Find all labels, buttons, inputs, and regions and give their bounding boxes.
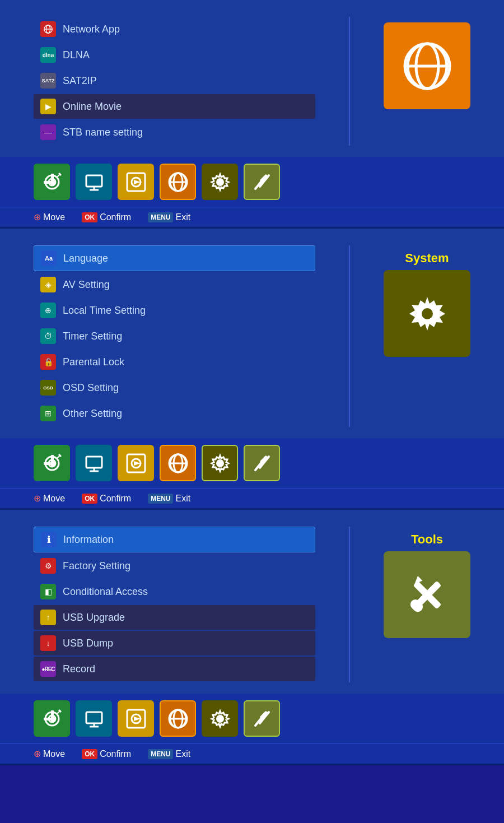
gear-nav-btn-3[interactable] (202, 700, 238, 737)
menu-label-2: Exit (175, 494, 190, 504)
sat2ip-item[interactable]: SAT2 SAT2IP (34, 68, 315, 93)
factory-label: Factory Setting (63, 560, 130, 572)
gear-nav-icon-3 (209, 708, 231, 730)
ok-badge-3: OK (82, 749, 97, 759)
menu-control-3[interactable]: MENU Exit (148, 749, 190, 759)
record-label: Record (63, 663, 95, 675)
parental-lock-item[interactable]: 🔒 Parental Lock (34, 350, 315, 374)
stb-name-item[interactable]: — STB name setting (34, 120, 315, 145)
factory-icon: ⚙ (40, 558, 56, 574)
usb-upgrade-item[interactable]: ↑ USB Upgrade (34, 605, 315, 630)
satellite-nav-btn-3[interactable] (34, 700, 70, 737)
gear-nav-btn[interactable] (202, 164, 238, 200)
media-nav-btn-2[interactable] (118, 445, 154, 481)
satellite-nav-btn-2[interactable] (34, 445, 70, 481)
divider3 (349, 527, 350, 682)
ok-control[interactable]: OK Confirm (82, 212, 131, 222)
ok-control-3[interactable]: OK Confirm (82, 749, 131, 759)
av-label: AV Setting (63, 279, 110, 291)
parental-lock-label: Parental Lock (63, 356, 124, 368)
network-big-icon (384, 22, 470, 109)
ok-control-2[interactable]: OK Confirm (82, 494, 131, 504)
record-item[interactable]: ●REC Record (34, 657, 315, 681)
move-label-3: Move (43, 749, 65, 759)
satellite-nav-btn[interactable] (34, 164, 70, 200)
satellite-nav-icon-2 (41, 452, 63, 475)
globe-nav-btn-2[interactable] (160, 445, 196, 481)
online-movie-item[interactable]: ▶ Online Movie (34, 94, 315, 119)
tv-nav-icon (83, 171, 105, 193)
svg-point-23 (216, 178, 224, 186)
other-setting-item[interactable]: ⊞ Other Setting (34, 401, 315, 426)
dlna-item[interactable]: dlna DLNA (34, 43, 315, 67)
ok-badge-2: OK (82, 494, 97, 504)
media-nav-btn-3[interactable] (118, 700, 154, 737)
local-time-item[interactable]: ⊕ Local Time Setting (34, 298, 315, 323)
osd-item[interactable]: osd OSD Setting (34, 375, 315, 400)
svg-point-47 (216, 459, 224, 467)
tools-nav-btn-2[interactable] (244, 445, 280, 481)
language-item[interactable]: Aa Language (34, 245, 315, 271)
online-movie-label: Online Movie (63, 101, 122, 113)
conditional-access-item[interactable]: ◧ Conditional Access (34, 579, 315, 604)
menu-label-3: Exit (175, 749, 190, 759)
move-control-2: ⊕ Move (34, 493, 65, 504)
av-setting-item[interactable]: ◈ AV Setting (34, 272, 315, 297)
network-app-icon (40, 21, 56, 37)
tv-nav-btn-3[interactable] (76, 700, 112, 737)
tools-nav-bar: ⊕ Move OK Confirm MENU Exit (0, 743, 504, 764)
globe-nav-btn[interactable] (160, 164, 196, 200)
ok-label: Confirm (100, 212, 131, 222)
information-item[interactable]: ℹ Information (34, 527, 315, 552)
system-nav-bar: ⊕ Move OK Confirm MENU Exit (0, 488, 504, 508)
tools-panel: ℹ Information ⚙ Factory Setting ◧ Condit… (0, 510, 504, 765)
information-icon: ℹ (41, 532, 57, 547)
tools-nav-btn-3[interactable] (244, 700, 280, 737)
timer-item[interactable]: ⏱ Timer Setting (34, 324, 315, 348)
move-label-2: Move (43, 494, 65, 504)
osd-icon: osd (40, 380, 56, 396)
svg-point-30 (422, 308, 433, 319)
tv-nav-btn-2[interactable] (76, 445, 112, 481)
usb-dump-icon: ↓ (40, 635, 56, 651)
tools-big-svg (399, 567, 455, 623)
menu-badge-2: MENU (148, 494, 173, 504)
local-time-icon: ⊕ (40, 303, 56, 318)
usb-dump-item[interactable]: ↓ USB Dump (34, 631, 315, 655)
information-label: Information (63, 534, 114, 546)
language-label: Language (63, 253, 108, 264)
osd-label: OSD Setting (63, 382, 119, 394)
ok-label-3: Confirm (100, 749, 131, 759)
network-nav-bar: ⊕ Move OK Confirm MENU Exit (0, 207, 504, 227)
media-nav-icon (125, 171, 147, 193)
factory-setting-item[interactable]: ⚙ Factory Setting (34, 554, 315, 578)
ca-label: Conditional Access (63, 586, 148, 598)
network-app-item[interactable]: Network App (34, 17, 315, 41)
tools-title: Tools (411, 532, 443, 547)
move-icon: ⊕ (34, 212, 41, 222)
media-nav-btn[interactable] (118, 164, 154, 200)
move-icon-2: ⊕ (34, 493, 41, 504)
network-app-label: Network App (63, 24, 120, 35)
stb-icon: — (40, 124, 56, 140)
tools-nav-icon-2 (251, 452, 273, 475)
other-label: Other Setting (63, 408, 122, 420)
globe-nav-icon-3 (167, 708, 189, 730)
menu-control-2[interactable]: MENU Exit (148, 494, 190, 504)
satellite-nav-icon-3 (41, 708, 63, 730)
gear-nav-btn-2[interactable] (202, 445, 238, 481)
tools-nav-btn-1[interactable] (244, 164, 280, 200)
gear-nav-icon (209, 171, 231, 193)
tools-right: Tools (384, 527, 470, 682)
ok-badge: OK (82, 212, 97, 222)
dlna-icon: dlna (40, 47, 56, 63)
record-icon: ●REC (40, 661, 56, 677)
move-label: Move (43, 212, 65, 222)
stb-label: STB name setting (63, 127, 143, 138)
globe-nav-btn-3[interactable] (160, 700, 196, 737)
tv-nav-btn[interactable] (76, 164, 112, 200)
usb-dump-label: USB Dump (63, 638, 113, 649)
menu-control[interactable]: MENU Exit (148, 212, 190, 222)
parental-lock-icon: 🔒 (40, 354, 56, 370)
svg-rect-61 (86, 712, 102, 723)
